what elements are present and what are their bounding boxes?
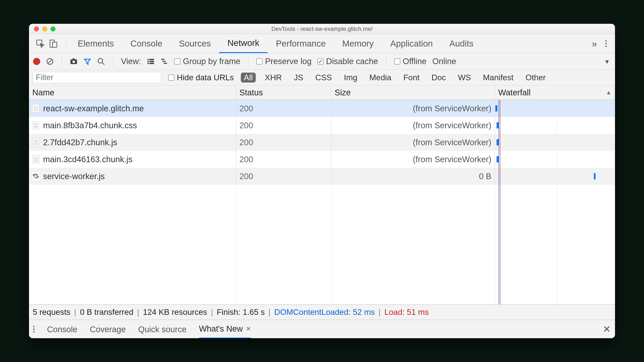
- preserve-log-checkbox[interactable]: Preserve log: [256, 57, 312, 66]
- request-waterfall: [495, 168, 615, 185]
- drawer-tab-console[interactable]: Console: [47, 320, 78, 338]
- request-size: (from ServiceWorker): [331, 117, 495, 134]
- gear-icon: [32, 172, 39, 181]
- summary-load: Load: 51 ms: [384, 308, 429, 317]
- main-tab-strip: ElementsConsoleSourcesNetworkPerformance…: [29, 34, 615, 53]
- main-tab-audits[interactable]: Audits: [441, 34, 482, 53]
- column-header-waterfall[interactable]: Waterfall▲: [495, 85, 615, 100]
- summary-resources: 124 KB resources: [143, 308, 207, 317]
- throttling-dropdown-icon[interactable]: ▾: [605, 57, 611, 66]
- file-icon: [32, 104, 39, 113]
- filter-type-img[interactable]: Img: [341, 73, 360, 83]
- settings-kebab-icon[interactable]: [605, 40, 607, 47]
- offline-checkbox[interactable]: Offline: [394, 57, 426, 66]
- table-row[interactable]: main.3cd46163.chunk.js200(from ServiceWo…: [29, 151, 615, 168]
- filter-type-all[interactable]: All: [241, 73, 256, 83]
- request-status: 200: [236, 168, 331, 185]
- filter-type-media[interactable]: Media: [366, 73, 394, 83]
- svg-point-6: [72, 60, 75, 63]
- table-row[interactable]: react-sw-example.glitch.me200(from Servi…: [29, 100, 615, 117]
- search-icon[interactable]: [97, 57, 105, 65]
- filter-type-doc[interactable]: Doc: [429, 73, 449, 83]
- hide-data-urls-checkbox[interactable]: Hide data URLs: [168, 73, 234, 82]
- disable-cache-checkbox[interactable]: Disable cache: [318, 57, 378, 66]
- drawer-tab-strip: ConsoleCoverageQuick sourceWhat's New✕ ✕: [29, 320, 615, 338]
- clear-icon[interactable]: [46, 57, 54, 65]
- filter-input[interactable]: [33, 72, 161, 83]
- domcontentloaded-marker: [499, 100, 499, 304]
- request-status: 200: [236, 100, 331, 117]
- svg-rect-13: [150, 61, 154, 62]
- waterfall-view-icon[interactable]: [160, 57, 168, 65]
- large-rows-icon[interactable]: [147, 57, 155, 65]
- svg-rect-11: [150, 59, 154, 60]
- table-row[interactable]: 2.7fdd42b7.chunk.js200(from ServiceWorke…: [29, 134, 615, 151]
- filter-type-ws[interactable]: WS: [455, 73, 474, 83]
- column-header-size[interactable]: Size: [331, 85, 495, 100]
- main-tab-elements[interactable]: Elements: [69, 34, 122, 53]
- filter-type-other[interactable]: Other: [523, 73, 549, 83]
- view-label: View:: [121, 57, 141, 66]
- summary-finish: Finish: 1.65 s: [217, 308, 265, 317]
- inspect-element-icon[interactable]: [36, 39, 45, 48]
- preserve-log-label: Preserve log: [265, 57, 312, 66]
- svg-rect-7: [72, 58, 75, 60]
- column-header-status[interactable]: Status: [236, 85, 331, 100]
- filter-bar: Hide data URLs AllXHRJSCSSImgMediaFontDo…: [29, 70, 615, 85]
- svg-rect-2: [52, 42, 57, 47]
- drawer-menu-icon[interactable]: [33, 326, 34, 333]
- svg-rect-14: [148, 63, 149, 64]
- main-tab-sources[interactable]: Sources: [171, 34, 219, 53]
- request-table: react-sw-example.glitch.me200(from Servi…: [29, 100, 615, 304]
- summary-requests: 5 requests: [33, 308, 70, 317]
- screenshot-icon[interactable]: [70, 57, 78, 65]
- filter-type-font[interactable]: Font: [400, 73, 422, 83]
- svg-point-8: [98, 58, 103, 63]
- summary-transferred: 0 B transferred: [80, 308, 133, 317]
- svg-rect-10: [148, 59, 149, 60]
- more-tabs-icon[interactable]: »: [592, 38, 597, 49]
- main-tab-performance[interactable]: Performance: [268, 34, 334, 53]
- request-waterfall: [495, 100, 615, 117]
- load-marker: [500, 100, 500, 304]
- filter-type-xhr[interactable]: XHR: [262, 73, 285, 83]
- request-name: main.3cd46163.chunk.js: [43, 155, 132, 164]
- request-name: main.8fb3a7b4.chunk.css: [43, 121, 137, 130]
- device-toolbar-icon[interactable]: [49, 39, 58, 48]
- disable-cache-label: Disable cache: [326, 57, 378, 66]
- main-tab-network[interactable]: Network: [219, 34, 268, 53]
- request-size: (from ServiceWorker): [331, 134, 495, 151]
- request-name: service-worker.js: [43, 172, 105, 181]
- column-header-name[interactable]: Name: [29, 85, 236, 100]
- main-tab-console[interactable]: Console: [122, 34, 171, 53]
- filter-type-css[interactable]: CSS: [312, 73, 335, 83]
- table-row[interactable]: service-worker.js2000 B: [29, 168, 615, 185]
- drawer-tab-what-s-new[interactable]: What's New✕: [199, 320, 251, 338]
- filter-type-js[interactable]: JS: [291, 73, 306, 83]
- group-by-frame-label: Group by frame: [183, 57, 240, 66]
- filter-type-manifest[interactable]: Manifest: [480, 73, 516, 83]
- drawer-tab-close-icon[interactable]: ✕: [246, 325, 251, 333]
- main-tab-application[interactable]: Application: [382, 34, 441, 53]
- request-waterfall: [495, 151, 615, 168]
- main-tab-memory[interactable]: Memory: [334, 34, 382, 53]
- summary-bar: 5 requests| 0 B transferred| 124 KB reso…: [29, 304, 615, 320]
- request-size: (from ServiceWorker): [331, 100, 495, 117]
- hide-data-urls-label: Hide data URLs: [177, 73, 234, 82]
- request-size: (from ServiceWorker): [331, 151, 495, 168]
- filter-icon[interactable]: [84, 57, 91, 65]
- svg-rect-18: [164, 63, 167, 64]
- svg-rect-15: [150, 63, 154, 64]
- svg-rect-12: [148, 61, 149, 62]
- online-label[interactable]: Online: [432, 57, 456, 66]
- table-row[interactable]: main.8fb3a7b4.chunk.css200(from ServiceW…: [29, 117, 615, 134]
- drawer-close-icon[interactable]: ✕: [603, 324, 611, 335]
- svg-rect-16: [161, 59, 164, 60]
- record-button[interactable]: [33, 58, 40, 65]
- drawer-tab-coverage[interactable]: Coverage: [90, 320, 126, 338]
- file-icon: [32, 155, 39, 164]
- svg-line-4: [48, 59, 52, 63]
- request-name: react-sw-example.glitch.me: [43, 104, 144, 113]
- group-by-frame-checkbox[interactable]: Group by frame: [174, 57, 240, 66]
- drawer-tab-quick-source[interactable]: Quick source: [138, 320, 186, 338]
